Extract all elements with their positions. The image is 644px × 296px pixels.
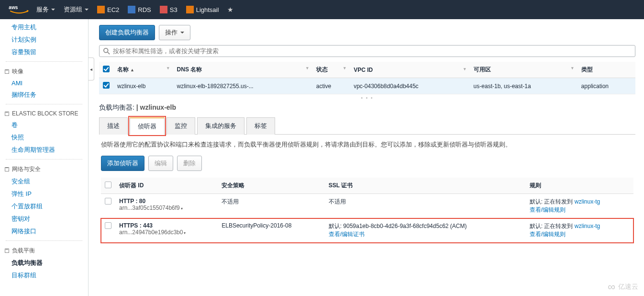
table-row[interactable]: wzlinux-elb wzlinux-elb-1892827255.us-..… — [99, 78, 635, 94]
listener-row: HTTP : 80 arn...3af05c155074b6f9▾ 不适用 不适… — [101, 194, 633, 218]
sort-asc-icon[interactable]: ▲ — [130, 68, 134, 72]
cell-policy: 不适用 — [218, 194, 324, 218]
watermark: ∞ 亿速云 — [608, 281, 638, 293]
chevron-down-icon[interactable]: ▾ — [184, 231, 186, 235]
pin-icon: ★ — [227, 6, 233, 13]
divider — [6, 104, 82, 104]
pin-button[interactable]: ★ — [227, 6, 233, 13]
listener-table: 侦听器 ID 安全策略 SSL 证书 规则 HTTP : 80 arn...3a… — [101, 178, 633, 243]
col-menu-icon[interactable]: ▾ — [306, 66, 309, 70]
cell-name: wzlinux-elb — [113, 78, 173, 94]
search-icon — [103, 48, 110, 55]
services-menu[interactable]: 服务 — [36, 5, 55, 14]
rds-icon — [128, 6, 135, 13]
shortcut-lightsail[interactable]: Lightsail — [186, 6, 219, 13]
col-menu-icon[interactable]: ▾ — [571, 66, 574, 70]
sidebar-group-network[interactable]: 网络与安全 — [0, 162, 88, 175]
lightsail-icon — [186, 6, 194, 13]
infinity-icon: ∞ — [608, 281, 615, 293]
sidebar-item-ami[interactable]: AMI — [0, 78, 88, 89]
tab-description[interactable]: 描述 — [99, 117, 128, 135]
listener-arn: arn...24947b0e196dc3b0 — [119, 229, 183, 236]
tab-tags[interactable]: 标签 — [246, 117, 275, 135]
shortcut-s3[interactable]: S3 — [160, 6, 178, 13]
view-edit-rules-link[interactable]: 查看/编辑规则 — [530, 231, 566, 238]
tab-monitoring[interactable]: 监控 — [167, 117, 195, 135]
view-edit-rules-link[interactable]: 查看/编辑规则 — [530, 206, 566, 213]
sidebar-item-snapshots[interactable]: 快照 — [0, 131, 88, 144]
collapse-icon — [5, 112, 9, 116]
sidebar-item-security-groups[interactable]: 安全组 — [0, 175, 88, 188]
col-ssl-cert: SSL 证书 — [325, 178, 526, 194]
rule-target-link[interactable]: wzlinux-tg — [575, 223, 600, 229]
panel-title-label: 负载均衡器: — [99, 103, 134, 111]
edit-listener-button[interactable]: 编辑 — [148, 156, 173, 171]
sidebar-item-dedicated-hosts[interactable]: 专用主机 — [0, 21, 88, 34]
aws-logo[interactable]: aws — [9, 3, 30, 16]
group-label: 网络与安全 — [12, 165, 41, 173]
delete-listener-button[interactable]: 删除 — [177, 156, 202, 171]
sidebar-item-scheduled-instances[interactable]: 计划实例 — [0, 34, 88, 46]
group-label: ELASTIC BLOCK STORE — [12, 110, 78, 117]
col-vpc: VPC ID▾ — [350, 62, 469, 78]
search-box[interactable] — [99, 45, 635, 57]
view-edit-cert-link[interactable]: 查看/编辑证书 — [329, 231, 365, 238]
create-lb-button[interactable]: 创建负载均衡器 — [99, 25, 155, 40]
select-all-checkbox[interactable] — [105, 182, 111, 188]
chevron-down-icon — [85, 9, 89, 11]
svg-rect-4 — [186, 6, 194, 13]
col-az: 可用区▾ — [470, 62, 577, 78]
splitter: ◂ — [89, 19, 94, 296]
col-menu-icon[interactable]: ▾ — [464, 67, 466, 71]
chevron-down-icon[interactable]: ▾ — [181, 206, 183, 211]
tab-integrated[interactable]: 集成的服务 — [197, 117, 244, 135]
row-checkbox[interactable] — [105, 222, 111, 229]
sidebar-item-load-balancers[interactable]: 负载均衡器 — [0, 257, 88, 269]
cell-type: application — [577, 78, 635, 94]
sidebar-item-elastic-ips[interactable]: 弹性 IP — [0, 188, 88, 200]
resource-groups-menu[interactable]: 资源组 — [64, 5, 89, 14]
cell-az: us-east-1b, us-east-1a — [470, 78, 577, 94]
sidebar-item-placement-groups[interactable]: 个置放群组 — [0, 200, 88, 213]
col-dns: DNS 名称▾ — [173, 62, 312, 78]
sidebar-item-key-pairs[interactable]: 密钥对 — [0, 213, 88, 225]
sidebar-group-lb[interactable]: 负载平衡 — [0, 244, 88, 257]
lb-table: 名称▲▾ DNS 名称▾ 状态▾ VPC ID▾ 可用区▾ 类型 wzlinux… — [99, 62, 635, 94]
sidebar-group-images[interactable]: 映像 — [0, 65, 88, 78]
listener-buttons: 添加侦听器 编辑 删除 — [101, 156, 633, 171]
col-menu-icon[interactable]: ▾ — [167, 66, 169, 70]
select-all-checkbox[interactable] — [103, 66, 110, 72]
col-listener-id: 侦听器 ID — [115, 178, 218, 194]
collapse-sidebar-button[interactable]: ◂ — [89, 57, 94, 80]
col-security-policy: 安全策略 — [218, 178, 324, 194]
resize-handle[interactable]: • • • — [99, 95, 635, 101]
sidebar-group-ebs[interactable]: ELASTIC BLOCK STORE — [0, 107, 88, 119]
svg-text:aws: aws — [9, 5, 18, 10]
sidebar: 专用主机 计划实例 容量预留 映像 AMI 捆绑任务 ELASTIC BLOCK… — [0, 19, 89, 296]
cell-vpc: vpc-04306b8d0a4db445c — [350, 78, 469, 94]
sidebar-item-bundle-tasks[interactable]: 捆绑任务 — [0, 89, 88, 101]
sidebar-item-volumes[interactable]: 卷 — [0, 119, 88, 131]
shortcut-ec2[interactable]: EC2 — [97, 6, 119, 13]
row-checkbox[interactable] — [103, 82, 110, 89]
col-menu-icon[interactable]: ▾ — [344, 66, 346, 70]
sidebar-item-capacity-reservations[interactable]: 容量预留 — [0, 46, 88, 58]
actions-menu[interactable]: 操作 — [159, 25, 190, 40]
sidebar-item-target-groups[interactable]: 目标群组 — [0, 269, 88, 282]
col-state: 状态▾ — [312, 62, 350, 78]
cell-state: active — [312, 78, 350, 94]
create-lb-label: 创建负载均衡器 — [105, 28, 149, 37]
tab-listeners[interactable]: 侦听器 — [130, 117, 165, 135]
search-input[interactable] — [113, 47, 631, 55]
shortcut-rds[interactable]: RDS — [128, 6, 151, 13]
tab-description-text: 侦听器使用它的配置协议和端口来检查连接请求，而负载平衡器使用侦听器规则，将请求路… — [101, 140, 633, 149]
row-checkbox[interactable] — [105, 198, 111, 205]
listener-arn: arn...3af05c155074b6f9 — [119, 205, 180, 211]
cell-rules: 默认: 正在转发到 wzlinux-tg 查看/编辑规则 — [526, 194, 633, 218]
rule-target-link[interactable]: wzlinux-tg — [575, 198, 600, 205]
sidebar-item-lifecycle[interactable]: 生命周期管理器 — [0, 144, 88, 156]
s3-label: S3 — [170, 6, 178, 13]
add-listener-button[interactable]: 添加侦听器 — [101, 156, 144, 171]
sidebar-item-network-interfaces[interactable]: 网络接口 — [0, 225, 88, 238]
listener-proto: HTTPS : 443 — [119, 222, 153, 229]
